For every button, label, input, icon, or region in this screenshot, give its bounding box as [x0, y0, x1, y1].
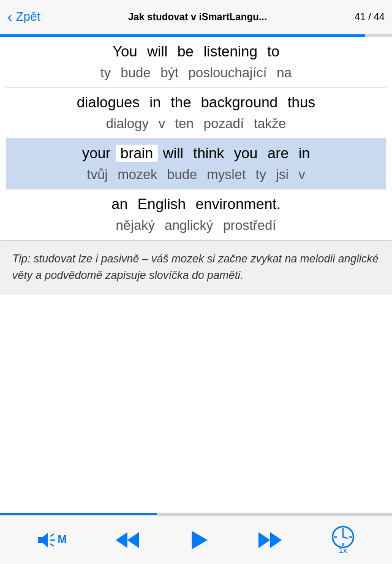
word[interactable]: in [293, 145, 315, 162]
word[interactable]: environment. [190, 196, 285, 213]
czech-row-3: tvůj mozek bude myslet ty jsi v [6, 164, 386, 189]
rewind-icon [116, 531, 139, 549]
word[interactable]: in [145, 94, 166, 111]
volume-label: M [58, 533, 67, 546]
word[interactable]: the [166, 94, 196, 111]
header-progress: 41 / 44 [355, 12, 385, 23]
word[interactable]: to [262, 43, 284, 60]
speed-label: 1x [339, 546, 347, 555]
word: bude [116, 65, 156, 81]
svg-marker-4 [127, 532, 139, 548]
word[interactable]: thus [282, 94, 320, 111]
english-row-3: your brain will think you are in [6, 139, 386, 164]
header-title: Jak studovat v iSmartLangu... [40, 12, 355, 23]
word: jsi [271, 167, 293, 183]
word: poslouchající [183, 65, 271, 81]
back-chevron-icon: ‹ [7, 10, 12, 25]
word: mozek [113, 167, 162, 183]
app-header: ‹ Zpět Jak studovat v iSmartLangu... 41 … [0, 0, 392, 34]
word: v [293, 167, 310, 183]
word: dialogy [101, 116, 154, 132]
svg-line-3 [50, 544, 54, 546]
sentence-block: You will be listening to ty bude být pos… [0, 37, 392, 240]
word: anglický [160, 218, 218, 234]
word: ty [96, 65, 116, 81]
sentence-row-1: You will be listening to ty bude být pos… [6, 37, 386, 88]
word: takže [249, 116, 291, 132]
english-row-1: You will be listening to [6, 37, 386, 63]
svg-line-1 [50, 534, 54, 536]
volume-button[interactable]: M [37, 532, 67, 549]
bottom-controls: M 1x [0, 515, 392, 564]
tip-text: Tip: studovat lze i pasivně – váš mozek … [12, 251, 380, 284]
svg-marker-6 [192, 531, 208, 549]
svg-marker-0 [38, 533, 48, 547]
word[interactable]: think [188, 145, 229, 162]
word: bude [162, 167, 202, 183]
word[interactable]: will [142, 43, 172, 60]
czech-row-2: dialogy v ten pozadí takže [6, 113, 386, 138]
word: v [154, 116, 170, 132]
play-button[interactable] [188, 530, 209, 551]
word: nějaký [111, 218, 160, 234]
word: ty [251, 167, 271, 183]
word[interactable]: you [229, 145, 263, 162]
word[interactable]: dialogues [72, 94, 145, 111]
sentence-row-2: dialogues in the background thus dialogy… [6, 88, 386, 139]
svg-marker-8 [270, 532, 282, 548]
word[interactable]: English [133, 196, 191, 213]
czech-row-1: ty bude být poslouchající na [6, 63, 386, 87]
volume-icon [37, 532, 56, 549]
word[interactable]: will [158, 145, 188, 162]
word[interactable]: listening [198, 43, 262, 60]
word: na [272, 65, 296, 81]
word: tvůj [82, 167, 113, 183]
word[interactable]: your [77, 145, 116, 162]
sentence-row-4: an English environment. nějaký anglický … [6, 189, 386, 240]
sentence-row-3: your brain will think you are in tvůj mo… [6, 139, 386, 189]
word: ten [170, 116, 199, 132]
word: být [156, 65, 183, 81]
word: pozadí [198, 116, 249, 132]
tip-area: Tip: studovat lze i pasivně – váš mozek … [0, 240, 392, 294]
english-row-2: dialogues in the background thus [6, 88, 386, 113]
svg-line-15 [343, 537, 347, 538]
forward-icon [258, 531, 282, 549]
word[interactable]: are [263, 145, 294, 162]
word[interactable]: be [173, 43, 199, 60]
english-row-4: an English environment. [6, 189, 386, 215]
word-highlighted[interactable]: brain [116, 145, 158, 162]
rewind-button[interactable] [116, 531, 139, 549]
svg-marker-5 [116, 532, 127, 548]
word: myslet [202, 167, 251, 183]
play-icon [188, 530, 209, 551]
speed-button[interactable]: 1x [331, 525, 355, 555]
back-button[interactable]: ‹ Zpět [7, 10, 40, 25]
back-label: Zpět [16, 10, 40, 24]
word[interactable]: You [108, 43, 143, 60]
forward-button[interactable] [258, 531, 282, 549]
word[interactable]: an [107, 196, 133, 213]
svg-marker-7 [258, 532, 270, 548]
czech-row-4: nějaký anglický prostředí [6, 215, 386, 240]
word: prostředí [218, 218, 281, 234]
word[interactable]: background [196, 94, 282, 111]
